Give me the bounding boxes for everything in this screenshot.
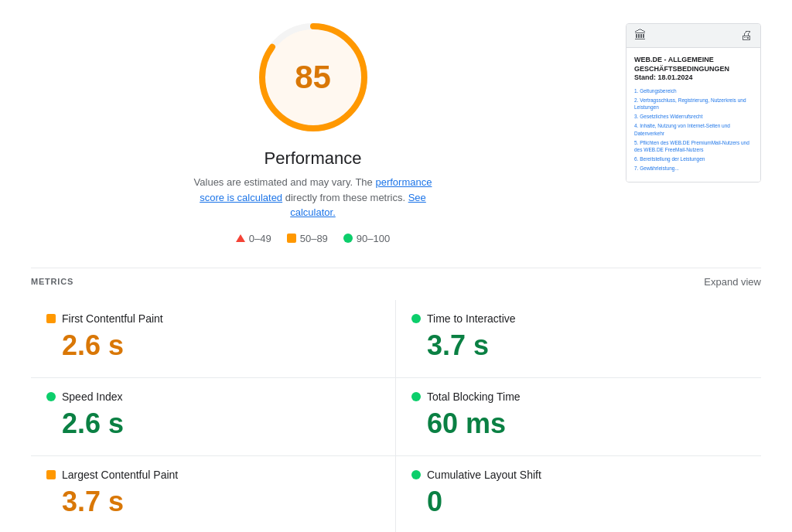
si-value: 2.6 s — [62, 408, 380, 440]
building-icon: 🏛 — [634, 29, 647, 43]
toc-item-3: 3. Gesetzliches Widerrufsrecht — [634, 113, 753, 120]
gauge-wrapper: 85 — [251, 15, 375, 139]
tti-status-dot — [411, 314, 421, 323]
toc-item-5: 5. Pflichten des WEB.DE PremiumMail-Nutz… — [634, 139, 753, 153]
metric-card-tbt: Total Blocking Time 60 ms — [396, 378, 761, 456]
metric-header-fcp: First Contentful Paint — [46, 312, 380, 325]
cls-value: 0 — [427, 486, 746, 518]
screenshot-toolbar: 🏛 🖨 — [626, 24, 760, 48]
lcp-label: Largest Contentful Paint — [62, 469, 178, 481]
metric-card-fcp: First Contentful Paint 2.6 s — [31, 300, 396, 378]
green-circle-icon — [343, 234, 353, 243]
metric-card-si: Speed Index 2.6 s — [31, 378, 396, 456]
metric-header-cls: Cumulative Layout Shift — [411, 469, 746, 481]
main-container: 85 Performance Values are estimated and … — [0, 0, 792, 532]
red-triangle-icon — [236, 234, 245, 242]
fcp-status-dot — [46, 314, 56, 323]
tbt-label: Total Blocking Time — [427, 390, 521, 403]
expand-view-button[interactable]: Expand view — [704, 276, 761, 288]
tbt-value: 60 ms — [427, 408, 746, 440]
performance-title: Performance — [265, 148, 362, 169]
metric-card-cls: Cumulative Layout Shift 0 — [396, 456, 761, 533]
desc-text2: directly from these metrics. — [285, 192, 405, 203]
metric-header-si: Speed Index — [46, 390, 380, 403]
section-divider — [31, 268, 761, 268]
tti-value: 3.7 s — [427, 329, 746, 362]
cls-status-dot — [411, 470, 421, 479]
toc-item-4: 4. Inhalte, Nutzung von Internet-Seiten … — [634, 122, 753, 136]
legend-range1: 0–49 — [249, 233, 271, 244]
top-section: 85 Performance Values are estimated and … — [31, 15, 761, 244]
si-status-dot — [46, 392, 56, 401]
legend: 0–49 50–89 90–100 — [236, 233, 390, 244]
toc-item-7: 7. Gewährleistung... — [634, 165, 753, 172]
fcp-label: First Contentful Paint — [62, 312, 163, 325]
tbt-status-dot — [411, 392, 421, 401]
legend-range2: 50–89 — [300, 233, 328, 244]
toc-item-2: 2. Vertragsschluss, Registrierung, Nutze… — [634, 97, 753, 111]
cls-label: Cumulative Layout Shift — [427, 469, 541, 481]
legend-item-green: 90–100 — [343, 233, 390, 244]
metrics-grid: First Contentful Paint 2.6 s Time to Int… — [31, 300, 761, 533]
metric-card-lcp: Largest Contentful Paint 3.7 s — [31, 456, 396, 533]
fcp-value: 2.6 s — [62, 329, 380, 362]
metric-header-lcp: Largest Contentful Paint — [46, 469, 380, 481]
lcp-status-dot — [46, 470, 56, 479]
metrics-header: METRICS Expand view — [31, 276, 761, 288]
legend-item-red: 0–49 — [236, 233, 271, 244]
legend-item-orange: 50–89 — [287, 233, 328, 244]
legend-range3: 90–100 — [357, 233, 390, 244]
screenshot-title: WEB.DE - ALLGEMEINE GESCHÄFTSBEDINGUNGEN… — [634, 56, 753, 83]
metric-card-tti: Time to Interactive 3.7 s — [396, 300, 761, 378]
toc-item-6: 6. Bereitstellung der Leistungen — [634, 155, 753, 162]
toc-item-1: 1. Geltungsbereich — [634, 87, 753, 94]
orange-square-icon — [287, 234, 296, 243]
lcp-value: 3.7 s — [62, 486, 380, 518]
si-label: Speed Index — [62, 390, 123, 403]
tti-label: Time to Interactive — [427, 312, 516, 325]
metric-header-tti: Time to Interactive — [411, 312, 746, 325]
gauge-score: 85 — [295, 59, 331, 96]
screenshot-content: WEB.DE - ALLGEMEINE GESCHÄFTSBEDINGUNGEN… — [626, 48, 760, 182]
metrics-label: METRICS — [31, 277, 73, 286]
gauge-section: 85 Performance Values are estimated and … — [31, 15, 595, 244]
performance-description: Values are estimated and may vary. The p… — [182, 175, 445, 220]
metric-header-tbt: Total Blocking Time — [411, 390, 746, 403]
desc-text1: Values are estimated and may vary. The — [194, 176, 373, 188]
print-icon: 🖨 — [740, 29, 753, 43]
screenshot-preview: 🏛 🖨 WEB.DE - ALLGEMEINE GESCHÄFTSBEDINGU… — [626, 23, 761, 182]
